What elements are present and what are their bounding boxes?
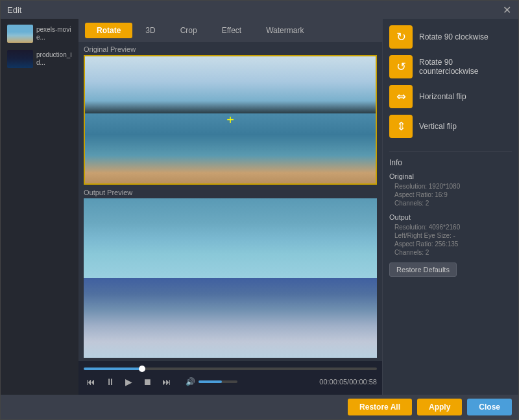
skip-back-button[interactable]: ⏮	[84, 375, 98, 388]
tab-rotate[interactable]: Rotate	[85, 23, 132, 38]
close-button[interactable]: Close	[467, 399, 512, 415]
window-title: Edit	[7, 5, 21, 15]
player-controls: ⏮ ⏸ ▶ ⏹ ⏭ 🔊 00:00:05/00:00:58	[78, 361, 382, 395]
crosshair-icon: +	[226, 113, 234, 126]
vflip-icon: ⇕	[389, 115, 413, 138]
action-vflip[interactable]: ⇕ Vertical flip	[389, 115, 512, 138]
progress-thumb	[139, 366, 145, 372]
sidebar: pexels-movie... production_id...	[1, 19, 78, 395]
rotate-ccw-label: Rotate 90 counterclockwise	[419, 58, 512, 76]
main-content: pexels-movie... production_id... Rotate …	[1, 19, 518, 395]
rotate-ccw-icon: ↺	[389, 55, 413, 78]
rotate-cw-icon: ↻	[389, 25, 413, 49]
info-original-resolution: Resolution: 1920*1080	[389, 183, 512, 190]
info-output-group: Output Resolution: 4096*2160 Left/Right …	[389, 213, 512, 256]
title-bar: Edit ✕	[1, 1, 518, 19]
info-output-label: Output	[389, 213, 512, 221]
rotate-actions: ↻ Rotate 90 clockwise ↺ Rotate 90 counte…	[389, 25, 512, 138]
controls-row: ⏮ ⏸ ▶ ⏹ ⏭ 🔊 00:00:05/00:00:58	[84, 375, 377, 388]
apply-button[interactable]: Apply	[417, 399, 462, 415]
volume-fill	[199, 380, 222, 383]
volume-bar[interactable]	[199, 380, 237, 383]
sidebar-label-1: production_id...	[36, 51, 72, 67]
bottom-bar: Restore All Apply Close	[1, 395, 518, 419]
stop-button[interactable]: ⏹	[140, 375, 154, 388]
info-output-channels: Channels: 2	[389, 249, 512, 256]
original-preview: +	[84, 55, 377, 185]
restore-defaults-button[interactable]: Restore Defaults	[389, 262, 457, 277]
preview-area: Original Preview + Output Preview	[78, 42, 382, 361]
tab-3d[interactable]: 3D	[134, 23, 167, 38]
info-output-aspect: Aspect Ratio: 256:135	[389, 240, 512, 248]
hflip-label: Horizontal flip	[419, 92, 466, 101]
cloud-layer	[85, 56, 376, 120]
tab-watermark[interactable]: Watermark	[254, 23, 315, 38]
right-panel: ↻ Rotate 90 clockwise ↺ Rotate 90 counte…	[382, 19, 518, 395]
vflip-label: Vertical flip	[419, 122, 457, 131]
tab-crop[interactable]: Crop	[169, 23, 209, 38]
sidebar-thumbnail-1	[7, 50, 33, 68]
tab-effect[interactable]: Effect	[210, 23, 253, 38]
time-display: 00:00:05/00:00:58	[319, 378, 377, 386]
progress-fill	[84, 368, 142, 370]
action-rotate-cw[interactable]: ↻ Rotate 90 clockwise	[389, 25, 512, 49]
info-original-group: Original Resolution: 1920*1080 Aspect Ra…	[389, 172, 512, 207]
info-output-resolution: Resolution: 4096*2160	[389, 224, 512, 231]
action-hflip[interactable]: ⇔ Horizontal flip	[389, 85, 512, 108]
center-panel: Rotate 3D Crop Effect Watermark Original…	[78, 19, 382, 395]
info-title: Info	[389, 158, 512, 167]
original-preview-label: Original Preview	[84, 45, 377, 53]
info-original-aspect: Aspect Ratio: 16:9	[389, 191, 512, 198]
rotate-cw-label: Rotate 90 clockwise	[419, 32, 489, 41]
output-preview-img	[84, 198, 377, 358]
sidebar-thumbnail-0	[7, 25, 33, 43]
restore-all-button[interactable]: Restore All	[348, 399, 412, 415]
tabs-bar: Rotate 3D Crop Effect Watermark	[78, 19, 382, 42]
output-bottom	[84, 278, 377, 358]
edit-window: Edit ✕ pexels-movie... production_id... …	[0, 0, 519, 420]
info-section: Info Original Resolution: 1920*1080 Aspe…	[389, 151, 512, 277]
skip-forward-button[interactable]: ⏭	[160, 375, 174, 388]
pause-button[interactable]: ⏸	[103, 375, 117, 388]
output-preview-label: Output Preview	[84, 189, 377, 196]
info-output-eye-size: Left/Right Eye Size: -	[389, 232, 512, 239]
hflip-icon: ⇔	[389, 85, 413, 108]
volume-area: 🔊	[186, 377, 237, 386]
info-original-label: Original	[389, 172, 512, 180]
close-icon[interactable]: ✕	[501, 5, 512, 15]
action-rotate-ccw[interactable]: ↺ Rotate 90 counterclockwise	[389, 55, 512, 78]
sidebar-label-0: pexels-movie...	[36, 26, 72, 41]
info-original-channels: Channels: 2	[389, 200, 512, 207]
progress-bar[interactable]	[84, 368, 377, 370]
output-top	[84, 198, 377, 278]
output-preview	[84, 198, 377, 358]
volume-icon: 🔊	[186, 377, 195, 386]
play-button[interactable]: ▶	[123, 375, 135, 388]
sidebar-item-1[interactable]: production_id...	[4, 47, 75, 71]
sidebar-item-0[interactable]: pexels-movie...	[4, 22, 75, 45]
